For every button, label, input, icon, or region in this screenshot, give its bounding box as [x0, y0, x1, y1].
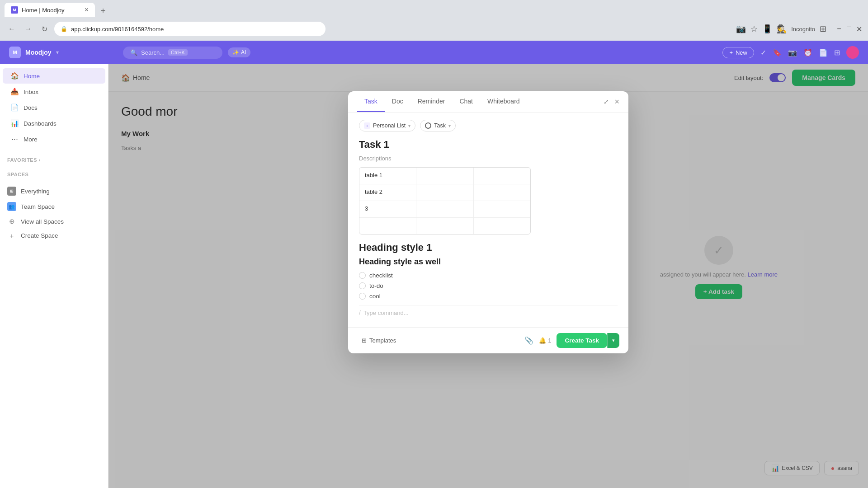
table-cell-4-3[interactable] — [474, 218, 530, 234]
tab-reminder[interactable]: Reminder — [410, 91, 453, 112]
sidebar-item-home[interactable]: 🏠 Home — [3, 68, 105, 84]
expand-modal-button[interactable]: ⤢ — [604, 98, 609, 105]
camera-topbar-icon[interactable]: 📷 — [788, 48, 797, 57]
task-type-button[interactable]: Task ▾ — [420, 120, 456, 131]
create-task-button[interactable]: Create Task — [557, 333, 607, 348]
file-icon[interactable]: 📄 — [819, 48, 828, 57]
task-type-label: Task — [434, 122, 446, 129]
sidebar-inbox-label: Inbox — [24, 89, 38, 95]
checklist-circle-3[interactable] — [359, 293, 366, 300]
list-selector-chevron: ▾ — [408, 123, 410, 128]
bookmark-topbar-icon[interactable]: 🔖 — [773, 48, 782, 57]
user-avatar[interactable] — [846, 46, 859, 59]
task-type-chevron: ▾ — [448, 123, 451, 128]
view-all-spaces-label: View all Spaces — [21, 218, 64, 225]
extensions-icon[interactable]: ⊞ — [820, 24, 826, 34]
sidebar-item-more[interactable]: ⋯ More — [3, 131, 105, 147]
workspace-chevron-icon[interactable]: ▾ — [56, 49, 59, 56]
sidebar-item-dashboards[interactable]: 📊 Dashboards — [3, 116, 105, 131]
checkmark-icon[interactable]: ✓ — [760, 48, 766, 57]
global-search[interactable]: 🔍 Search... Ctrl+K — [123, 47, 222, 59]
app-body: 🏠 Home 📥 Inbox 📄 Docs 📊 Dashboards ⋯ Mor… — [0, 64, 868, 488]
table-cell-2-2[interactable] — [416, 184, 473, 201]
dashboards-icon: 📊 — [10, 119, 19, 127]
search-shortcut: Ctrl+K — [168, 49, 188, 56]
grid-icon[interactable]: ⊞ — [834, 48, 840, 57]
type-command-area[interactable]: / Type command... — [359, 305, 618, 320]
task-title[interactable]: Task 1 — [359, 139, 618, 150]
task-description-table: table 1 table 2 3 — [359, 167, 531, 235]
docs-icon: 📄 — [10, 103, 19, 112]
bookmark-icon[interactable]: ☆ — [750, 24, 758, 34]
table-row — [359, 218, 530, 234]
sidebar-item-team-space[interactable]: 👥 Team Space — [0, 199, 108, 214]
sidebar-item-create-space[interactable]: + Create Space — [0, 229, 108, 243]
slash-icon: / — [359, 309, 361, 316]
close-modal-button[interactable]: × — [614, 97, 619, 107]
checklist-label-1: checklist — [369, 272, 393, 279]
sidebar-item-inbox[interactable]: 📥 Inbox — [3, 84, 105, 99]
checklist-label-2: to-do — [369, 282, 383, 289]
checklist-circle-2[interactable] — [359, 282, 366, 289]
address-bar[interactable]: 🔒 app.clickup.com/9016164592/home — [54, 22, 326, 36]
search-placeholder: Search... — [141, 49, 165, 56]
checklist-circle-1[interactable] — [359, 272, 366, 279]
tab-task[interactable]: Task — [357, 91, 385, 112]
table-row: 3 — [359, 201, 530, 218]
url-text: app.clickup.com/9016164592/home — [71, 26, 164, 33]
workspace-name: Moodjoy — [25, 49, 52, 56]
table-cell-1-2[interactable] — [416, 168, 473, 184]
minimize-button[interactable]: − — [835, 25, 843, 33]
new-tab-button[interactable]: + — [97, 5, 109, 17]
spaces-section-label: Spaces — [0, 169, 108, 180]
table-cell-2-1[interactable]: table 2 — [359, 184, 416, 201]
table-cell-4-2[interactable] — [416, 218, 473, 234]
tab-chat[interactable]: Chat — [452, 91, 480, 112]
modal-footer: ⊞ Templates 📎 🔔 1 Create Task ▾ — [348, 327, 628, 353]
forward-button[interactable]: → — [22, 23, 34, 35]
table-cell-1-1[interactable]: table 1 — [359, 168, 416, 184]
modal-body: i Personal List ▾ Task ▾ Task 1 Des — [348, 113, 628, 327]
checklist-item-2: to-do — [359, 281, 618, 291]
close-tab-button[interactable]: × — [85, 6, 89, 14]
team-space-icon: 👥 — [7, 202, 16, 211]
notification-badge[interactable]: 🔔 1 — [539, 337, 551, 344]
clock-icon[interactable]: ⏰ — [803, 48, 812, 57]
close-window-button[interactable]: ✕ — [855, 25, 863, 33]
incognito-icon[interactable]: 🕵️ — [777, 24, 787, 34]
create-task-dropdown-button[interactable]: ▾ — [607, 333, 619, 348]
back-button[interactable]: ← — [5, 23, 18, 35]
maximize-button[interactable]: □ — [845, 25, 853, 33]
templates-icon: ⊞ — [362, 337, 367, 344]
table-cell-3-2[interactable] — [416, 201, 473, 217]
heading-style-1[interactable]: Heading style 1 — [359, 242, 618, 253]
tab-favicon: M — [11, 6, 18, 14]
active-browser-tab[interactable]: M Home | Moodjoy × — [5, 3, 95, 17]
ai-button[interactable]: ✨ AI — [228, 47, 250, 57]
bell-count: 1 — [548, 337, 551, 344]
table-cell-4-1[interactable] — [359, 218, 416, 234]
reload-button[interactable]: ↻ — [38, 23, 51, 35]
sidebar-item-view-all-spaces[interactable]: ⊕ View all Spaces — [0, 214, 108, 229]
tab-whiteboard[interactable]: Whiteboard — [480, 91, 527, 112]
new-button[interactable]: + New — [722, 47, 754, 58]
bell-icon: 🔔 — [539, 337, 546, 344]
heading-style-2[interactable]: Heading style as well — [359, 257, 618, 267]
list-selector-button[interactable]: i Personal List ▾ — [359, 120, 415, 131]
camera-off-icon[interactable]: 📷 — [736, 24, 746, 34]
phone-icon[interactable]: 📱 — [762, 24, 772, 34]
modal-tab-bar: Task Doc Reminder Chat Whiteboard — [348, 91, 628, 113]
sidebar-item-everything[interactable]: ⊞ Everything — [0, 183, 108, 199]
templates-button[interactable]: ⊞ Templates — [357, 334, 401, 347]
table-cell-1-3[interactable] — [474, 168, 530, 184]
more-icon: ⋯ — [10, 135, 19, 143]
modal-overlay[interactable]: Task Doc Reminder Chat Whiteboard — [108, 64, 868, 488]
checklist-item-3: cool — [359, 291, 618, 301]
attachment-icon[interactable]: 📎 — [524, 336, 533, 345]
sidebar-item-docs[interactable]: 📄 Docs — [3, 100, 105, 115]
table-cell-2-3[interactable] — [474, 184, 530, 201]
tab-doc[interactable]: Doc — [385, 91, 410, 112]
ai-label: AI — [241, 49, 246, 56]
table-cell-3-1[interactable]: 3 — [359, 201, 416, 217]
table-cell-3-3[interactable] — [474, 201, 530, 217]
